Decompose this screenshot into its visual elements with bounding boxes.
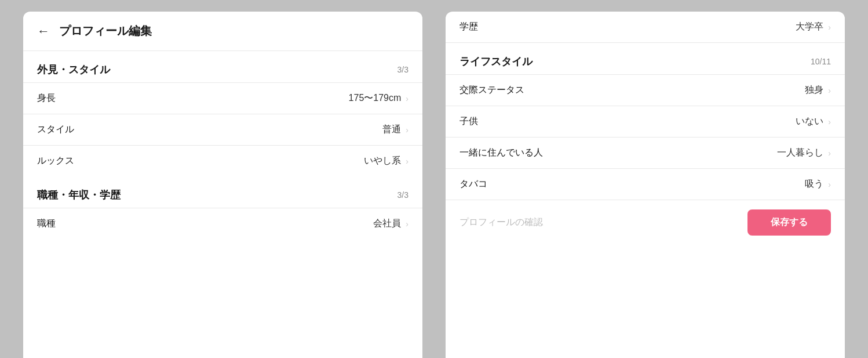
children-label: 子供 <box>459 115 478 128</box>
style-value: 普通 <box>382 124 401 136</box>
job-section-count: 3/3 <box>397 190 409 200</box>
relationship-status-label: 交際ステータス <box>459 84 524 96</box>
left-panel: ← プロフィール編集 外見・スタイル 3/3 身長 175〜179cm › スタ… <box>23 12 422 358</box>
save-button[interactable]: 保存する <box>747 209 831 236</box>
living-with-chevron-icon: › <box>828 149 831 158</box>
panel-header: ← プロフィール編集 <box>23 12 422 51</box>
living-with-label: 一緒に住んでいる人 <box>459 147 543 159</box>
lifestyle-section-title: ライフスタイル <box>459 55 533 68</box>
smoking-value-container: 吸う › <box>805 178 831 190</box>
education-value-container: 大学卒 › <box>796 21 831 33</box>
smoking-field[interactable]: タバコ 吸う › <box>446 168 845 200</box>
job-section-title: 職種・年収・学歴 <box>37 188 121 202</box>
relationship-status-field[interactable]: 交際ステータス 独身 › <box>446 74 845 106</box>
education-value: 大学卒 <box>796 21 823 33</box>
children-value-container: いない › <box>796 115 831 128</box>
children-chevron-icon: › <box>828 117 831 126</box>
smoking-chevron-icon: › <box>828 180 831 189</box>
height-chevron-icon: › <box>406 94 409 103</box>
looks-field[interactable]: ルックス いやし系 › <box>23 145 422 176</box>
looks-value: いやし系 <box>364 155 401 167</box>
job-type-field[interactable]: 職種 会社員 › <box>23 208 422 239</box>
back-button[interactable]: ← <box>37 24 50 39</box>
lifestyle-section-header: ライフスタイル 10/11 <box>446 43 845 74</box>
job-type-value: 会社員 <box>373 218 401 230</box>
height-label: 身長 <box>37 92 56 104</box>
lifestyle-section-count: 10/11 <box>811 57 831 66</box>
looks-label: ルックス <box>37 155 74 167</box>
height-value: 175〜179cm <box>349 92 402 104</box>
height-value-container: 175〜179cm › <box>349 92 409 104</box>
save-bar: プロフィールの確認 保存する <box>446 200 845 245</box>
appearance-section-title: 外見・スタイル <box>37 63 110 77</box>
education-chevron-icon: › <box>828 23 831 32</box>
left-panel-content: 外見・スタイル 3/3 身長 175〜179cm › スタイル 普通 › ルック… <box>23 51 422 358</box>
education-label: 学歴 <box>459 21 478 33</box>
living-with-value-container: 一人暮らし › <box>777 147 831 159</box>
right-panel-content: ライフスタイル 10/11 交際ステータス 独身 › 子供 いない › 一緒に住… <box>446 43 845 358</box>
style-label: スタイル <box>37 124 74 136</box>
looks-chevron-icon: › <box>406 157 409 166</box>
children-value: いない <box>796 115 823 128</box>
relationship-status-value: 独身 <box>805 84 823 96</box>
looks-value-container: いやし系 › <box>364 155 409 167</box>
living-with-value: 一人暮らし <box>777 147 823 159</box>
style-field[interactable]: スタイル 普通 › <box>23 114 422 145</box>
appearance-section-count: 3/3 <box>397 65 409 74</box>
living-with-field[interactable]: 一緒に住んでいる人 一人暮らし › <box>446 137 845 168</box>
appearance-section-header: 外見・スタイル 3/3 <box>23 51 422 82</box>
education-field[interactable]: 学歴 大学卒 › <box>446 12 845 43</box>
smoking-label: タバコ <box>459 178 487 190</box>
app-container: ← プロフィール編集 外見・スタイル 3/3 身長 175〜179cm › スタ… <box>0 0 868 358</box>
job-type-chevron-icon: › <box>406 219 409 229</box>
job-type-label: 職種 <box>37 218 56 230</box>
relationship-status-chevron-icon: › <box>828 86 831 95</box>
smoking-value: 吸う <box>805 178 823 190</box>
job-type-value-container: 会社員 › <box>373 218 409 230</box>
job-section-header: 職種・年収・学歴 3/3 <box>23 176 422 208</box>
relationship-status-value-container: 独身 › <box>805 84 831 96</box>
style-chevron-icon: › <box>406 125 409 135</box>
style-value-container: 普通 › <box>382 124 409 136</box>
right-panel: 学歴 大学卒 › ライフスタイル 10/11 交際ステータス 独身 › 子供 <box>446 12 845 358</box>
height-field[interactable]: 身長 175〜179cm › <box>23 82 422 114</box>
page-title: プロフィール編集 <box>59 23 152 39</box>
save-bar-label: プロフィールの確認 <box>459 216 543 229</box>
children-field[interactable]: 子供 いない › <box>446 106 845 137</box>
